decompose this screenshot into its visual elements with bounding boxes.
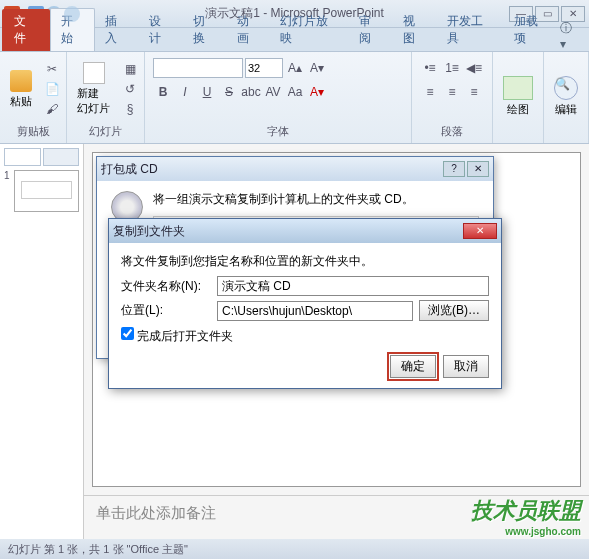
paste-icon xyxy=(10,70,32,92)
font-size-selector[interactable] xyxy=(245,58,283,78)
grow-font-button[interactable]: A▴ xyxy=(285,58,305,78)
new-slide-icon xyxy=(83,62,105,84)
shrink-font-button[interactable]: A▾ xyxy=(307,58,327,78)
ribbon-help-icon[interactable]: ⓘ ▾ xyxy=(560,20,581,51)
dialog-copy-titlebar: 复制到文件夹 ✕ xyxy=(109,219,501,243)
dialog-copy-to-folder: 复制到文件夹 ✕ 将文件复制到您指定名称和位置的新文件夹中。 文件夹名称(N):… xyxy=(108,218,502,389)
para-group-label: 段落 xyxy=(416,124,488,141)
editing-button[interactable]: 🔍 编辑 xyxy=(548,72,584,121)
tab-file[interactable]: 文件 xyxy=(2,9,50,51)
layout-button[interactable]: ▦ xyxy=(120,59,140,79)
thumb-content xyxy=(21,181,72,199)
font-color-button[interactable]: A▾ xyxy=(307,82,327,102)
status-bar: 幻灯片 第 1 张，共 1 张 "Office 主题" xyxy=(0,539,589,559)
case-button[interactable]: Aa xyxy=(285,82,305,102)
drawing-group-label xyxy=(497,139,539,141)
group-clipboard: 粘贴 ✂ 📄 🖌 剪贴板 xyxy=(0,52,67,143)
slides-label: 幻灯片 xyxy=(71,124,140,141)
section-button[interactable]: § xyxy=(120,99,140,119)
underline-button[interactable]: U xyxy=(197,82,217,102)
align-center-button[interactable]: ≡ xyxy=(442,82,462,102)
align-right-button[interactable]: ≡ xyxy=(464,82,484,102)
strike-button[interactable]: S xyxy=(219,82,239,102)
open-after-checkbox[interactable] xyxy=(121,327,134,340)
format-painter-button[interactable]: 🖌 xyxy=(42,99,62,119)
folder-name-label: 文件夹名称(N): xyxy=(121,278,211,295)
font-group-label: 字体 xyxy=(149,124,407,141)
clipboard-label: 剪贴板 xyxy=(4,124,62,141)
bold-button[interactable]: B xyxy=(153,82,173,102)
tab-addins[interactable]: 加载项 xyxy=(504,9,560,51)
shadow-button[interactable]: abc xyxy=(241,82,261,102)
dialog-package-cd-title: 打包成 CD xyxy=(101,161,158,178)
align-left-button[interactable]: ≡ xyxy=(420,82,440,102)
indent-dec-button[interactable]: ◀≡ xyxy=(464,58,484,78)
paste-button[interactable]: 粘贴 xyxy=(4,66,38,113)
group-font: A▴ A▾ B I U S abc AV Aa A▾ 字体 xyxy=(145,52,412,143)
ribbon-tabs: 文件 开始 插入 设计 切换 动画 幻灯片放映 审阅 视图 开发工具 加载项 ⓘ… xyxy=(0,28,589,52)
bullets-button[interactable]: •≡ xyxy=(420,58,440,78)
slide-thumbnail-1[interactable] xyxy=(14,170,79,212)
location-label: 位置(L): xyxy=(121,302,211,319)
location-input[interactable] xyxy=(217,301,413,321)
tab-developer[interactable]: 开发工具 xyxy=(437,9,504,51)
open-after-label: 完成后打开文件夹 xyxy=(137,329,233,343)
tab-animations[interactable]: 动画 xyxy=(227,9,271,51)
new-slide-label: 新建 幻灯片 xyxy=(77,86,110,116)
reset-button[interactable]: ↺ xyxy=(120,79,140,99)
watermark-url: www.jsgho.com xyxy=(471,526,581,537)
thumbnails-tabs xyxy=(4,148,79,166)
slides-tab[interactable] xyxy=(4,148,41,166)
spacing-button[interactable]: AV xyxy=(263,82,283,102)
outline-tab[interactable] xyxy=(43,148,80,166)
status-text: 幻灯片 第 1 张，共 1 张 "Office 主题" xyxy=(8,542,188,557)
dialog-close-button[interactable]: ✕ xyxy=(467,161,489,177)
find-icon: 🔍 xyxy=(554,76,578,100)
dialog-copy-title: 复制到文件夹 xyxy=(113,223,185,240)
copy-button[interactable]: 📄 xyxy=(42,79,62,99)
shapes-icon xyxy=(503,76,533,100)
drawing-label: 绘图 xyxy=(507,102,529,117)
dialog-copy-close-button[interactable]: ✕ xyxy=(463,223,497,239)
italic-button[interactable]: I xyxy=(175,82,195,102)
slide-thumbnails-panel: 1 xyxy=(0,144,84,539)
tab-slideshow[interactable]: 幻灯片放映 xyxy=(270,9,349,51)
browse-button[interactable]: 浏览(B)… xyxy=(419,300,489,321)
editing-label: 编辑 xyxy=(555,102,577,117)
drawing-button[interactable]: 绘图 xyxy=(497,72,539,121)
tab-transitions[interactable]: 切换 xyxy=(183,9,227,51)
editing-group-label xyxy=(548,139,584,141)
tab-insert[interactable]: 插入 xyxy=(95,9,139,51)
ribbon: 粘贴 ✂ 📄 🖌 剪贴板 新建 幻灯片 ▦ ↺ § 幻灯片 xyxy=(0,52,589,144)
dialog-package-cd-titlebar: 打包成 CD ? ✕ xyxy=(97,157,493,181)
thumb-number: 1 xyxy=(4,170,10,181)
package-cd-description: 将一组演示文稿复制到计算机上的文件夹或 CD。 xyxy=(153,191,479,208)
tab-review[interactable]: 审阅 xyxy=(349,9,393,51)
new-slide-button[interactable]: 新建 幻灯片 xyxy=(71,58,116,120)
clipboard-mini: ✂ 📄 🖌 xyxy=(42,59,62,119)
tab-design[interactable]: 设计 xyxy=(139,9,183,51)
watermark: 技术员联盟 www.jsgho.com xyxy=(471,496,581,537)
group-paragraph: •≡ 1≡ ◀≡ ≡ ≡ ≡ 段落 xyxy=(412,52,493,143)
watermark-text: 技术员联盟 xyxy=(471,498,581,523)
redo-icon[interactable] xyxy=(64,6,80,22)
group-slides: 新建 幻灯片 ▦ ↺ § 幻灯片 xyxy=(67,52,145,143)
cut-button[interactable]: ✂ xyxy=(42,59,62,79)
folder-name-input[interactable] xyxy=(217,276,489,296)
group-drawing: 绘图 xyxy=(493,52,544,143)
ok-button[interactable]: 确定 xyxy=(390,355,436,378)
paste-label: 粘贴 xyxy=(10,94,32,109)
numbering-button[interactable]: 1≡ xyxy=(442,58,462,78)
dialog-help-button[interactable]: ? xyxy=(443,161,465,177)
tab-view[interactable]: 视图 xyxy=(393,9,437,51)
group-editing: 🔍 编辑 xyxy=(544,52,589,143)
copy-description: 将文件复制到您指定名称和位置的新文件夹中。 xyxy=(121,253,489,270)
font-selector[interactable] xyxy=(153,58,243,78)
slides-mini: ▦ ↺ § xyxy=(120,59,140,119)
cancel-button[interactable]: 取消 xyxy=(443,355,489,378)
